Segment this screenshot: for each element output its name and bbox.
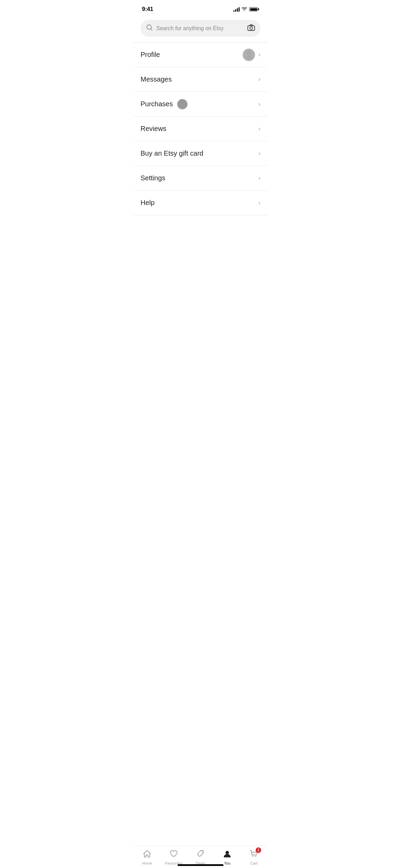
reviews-label: Reviews [141,125,167,133]
chevron-right-icon: › [258,51,260,58]
chevron-right-icon: › [258,150,260,157]
svg-point-4 [247,51,251,55]
camera-icon[interactable] [247,24,255,33]
menu-item-messages[interactable]: Messages › [134,67,267,92]
search-icon [146,24,153,33]
status-icons [233,7,259,12]
chevron-right-icon: › [258,199,260,206]
chevron-right-icon: › [258,174,260,182]
signal-bars-icon [233,7,240,12]
search-bar[interactable]: Search for anything on Etsy [141,20,260,37]
settings-label: Settings [141,174,165,182]
battery-icon [249,7,259,11]
svg-line-1 [151,29,152,30]
menu-item-purchases[interactable]: Purchases › [134,92,267,117]
svg-rect-2 [248,26,255,31]
help-label: Help [141,199,155,207]
purchases-label: Purchases [141,100,173,108]
avatar [243,49,255,61]
svg-point-3 [250,27,253,29]
chevron-right-icon: › [258,100,260,108]
gift-card-label: Buy an Etsy gift card [141,149,203,157]
chevron-right-icon: › [258,76,260,83]
status-bar: 9:41 [134,0,267,16]
wifi-icon [242,7,247,11]
menu-item-help[interactable]: Help › [134,191,267,215]
menu-item-profile[interactable]: Profile › [134,43,267,67]
menu-item-settings[interactable]: Settings › [134,166,267,191]
status-time: 9:41 [142,6,153,13]
menu-list: Profile › Messages › Purchases › [134,43,267,215]
profile-label: Profile [141,51,160,59]
chevron-right-icon: › [258,125,260,132]
menu-item-reviews[interactable]: Reviews › [134,117,267,141]
search-placeholder-text: Search for anything on Etsy [156,25,244,32]
search-container: Search for anything on Etsy [134,16,267,42]
menu-item-gift-card[interactable]: Buy an Etsy gift card › [134,141,267,166]
messages-label: Messages [141,75,172,83]
purchases-badge [177,99,187,109]
